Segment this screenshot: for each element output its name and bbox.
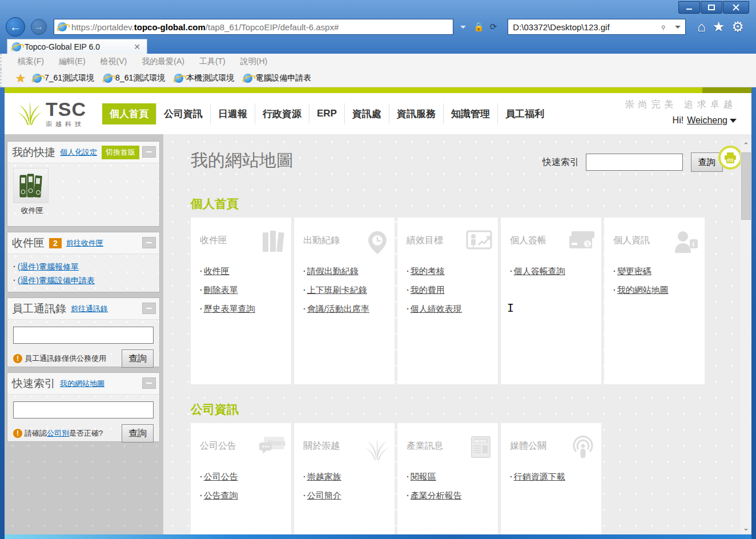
directory-query-button[interactable]: 查詢 (122, 349, 154, 368)
user-menu-caret-icon[interactable] (730, 119, 737, 123)
sitemap-link[interactable]: 會議/活動出席率 (307, 304, 369, 313)
sitemap-link[interactable]: 個人績效表現 (411, 304, 462, 313)
list-item: 公司簡介 (303, 490, 385, 501)
directory-search-input[interactable] (13, 327, 154, 344)
browser-search-input[interactable] (513, 22, 661, 32)
card-performance: 績效目標 我的考核 我的費用 個人績效表現 (397, 218, 498, 384)
logo-text: TSC (46, 99, 86, 119)
nav-benefits[interactable]: 員工福利 (497, 103, 552, 124)
settings-gear-icon[interactable]: ⚙ (731, 20, 744, 34)
browser-search-box[interactable]: ⌕ (508, 19, 686, 35)
switch-homepage-button[interactable]: 切換首版 (102, 146, 139, 159)
nav-erp[interactable]: ERP (309, 104, 344, 123)
sitemap-link[interactable]: 我的考核 (411, 266, 445, 276)
nav-it-services[interactable]: 資訊服務 (389, 103, 443, 124)
sitemap-link[interactable]: 歷史表單查詢 (204, 304, 255, 313)
text-cursor: I (507, 301, 514, 313)
home-icon[interactable]: ⌂ (697, 20, 706, 34)
security-lock-icon[interactable]: 🔒 (473, 22, 484, 32)
refresh-icon[interactable]: ⟳ (490, 22, 497, 32)
sitemap-link[interactable]: 崇越家族 (307, 472, 341, 481)
favorites-bar: ★ 7_61測試環境 8_61測試環境 本機測試環境 電腦設備申請表 (0, 69, 756, 87)
sitemap-link[interactable]: 公司公告 (204, 472, 238, 481)
sitemap-link[interactable]: 請假出勤紀錄 (307, 266, 359, 276)
maximize-button[interactable] (701, 1, 722, 14)
main-area: 我的網站地圖 快速索引 查詢 (169, 134, 740, 534)
sitemap-link[interactable]: 公司簡介 (307, 490, 341, 500)
index-query-button[interactable]: 查詢 (122, 424, 154, 443)
favorite-link[interactable]: 本機測試環境 (174, 73, 234, 83)
sitemap-link[interactable]: 我的網站地圖 (617, 285, 669, 295)
inbox-count-badge: 2 (49, 238, 62, 248)
list-item: 歷史表單查詢 (200, 304, 282, 315)
sitemap-link[interactable]: 變更密碼 (617, 266, 652, 276)
collapse-icon[interactable] (142, 146, 156, 158)
menu-file[interactable]: 檔案(F) (18, 57, 44, 67)
returned-form-link[interactable]: (退件)電腦設備申請表 (18, 276, 95, 285)
card-about-topco: 關於崇越 崇越家族 公司簡介 (294, 423, 395, 534)
menu-tools[interactable]: 工具(T) (199, 57, 226, 67)
url-path: /tap8_61/TopcoEIP/default-6.aspx# (206, 22, 339, 32)
minimize-button[interactable] (678, 1, 700, 14)
goto-directory-link[interactable]: 前往通訊錄 (71, 304, 108, 314)
quick-index-input[interactable] (586, 154, 683, 171)
company-slogan: 崇尚完美 追求卓越 (625, 99, 737, 111)
personalize-link[interactable]: 個人化設定 (60, 147, 97, 158)
list-item: 個人簽帳查詢 (510, 266, 592, 277)
index-search-input[interactable] (13, 401, 154, 419)
sitemap-link[interactable]: 我的費用 (411, 285, 445, 295)
favorite-link[interactable]: 7_61測試環境 (33, 73, 94, 83)
shortcut-label: 收件匣 (13, 206, 51, 216)
nav-company-info[interactable]: 公司資訊 (156, 103, 210, 124)
nav-admin-resources[interactable]: 行政資源 (255, 103, 309, 124)
collapse-icon[interactable] (142, 377, 156, 389)
newspaper-icon: NEWS (469, 436, 492, 460)
nav-it-dept[interactable]: 資訊處 (344, 103, 389, 124)
print-button[interactable] (718, 146, 742, 170)
sitemap-link[interactable]: 行銷資源下載 (514, 472, 565, 481)
sitemap-link[interactable]: 公告查詢 (204, 490, 238, 500)
menu-favorites[interactable]: 我的最愛(A) (142, 57, 184, 67)
inbox-shortcut[interactable]: 收件匣 (13, 168, 51, 216)
goto-inbox-link[interactable]: 前往收件匣 (66, 238, 103, 248)
sitemap-link[interactable]: 上下班刷卡紀錄 (307, 285, 367, 295)
scrollbar-thumb[interactable] (741, 152, 751, 220)
collapse-icon[interactable] (142, 237, 156, 248)
page-scrollbar[interactable]: ⌃ ⌄ (741, 140, 751, 533)
sitemap-link[interactable]: 刪除表單 (204, 285, 238, 295)
sitemap-link[interactable]: 個人簽帳查詢 (514, 266, 565, 276)
menu-view[interactable]: 檢視(V) (100, 57, 127, 67)
collapse-icon[interactable] (142, 303, 156, 314)
news-bubble-icon: News (258, 436, 285, 458)
back-button[interactable]: ← (6, 17, 25, 37)
sitemap-link[interactable]: 產業分析報告 (411, 490, 462, 500)
podcast-icon (570, 436, 596, 461)
favorites-star-icon[interactable]: ★ (713, 20, 725, 34)
search-dropdown-icon[interactable] (675, 26, 681, 29)
nav-daily-weekly[interactable]: 日週報 (210, 103, 255, 124)
address-dropdown-icon[interactable] (460, 26, 466, 29)
tab-close-icon[interactable]: ✕ (132, 42, 142, 51)
forward-button[interactable]: → (31, 19, 47, 35)
menu-edit[interactable]: 編輯(E) (59, 57, 86, 67)
nav-knowledge[interactable]: 知識管理 (443, 103, 497, 124)
returned-form-link[interactable]: (退件)電腦報修單 (18, 262, 79, 271)
scroll-down-icon[interactable]: ⌄ (741, 522, 751, 533)
nav-personal-home[interactable]: 個人首頁 (102, 103, 156, 124)
company-type-link[interactable]: 公司別 (47, 429, 69, 437)
tsc-logo[interactable]: TSC 崇越科技 (17, 99, 86, 128)
username-link[interactable]: Weicheng (687, 115, 727, 126)
menu-help[interactable]: 說明(H) (240, 57, 267, 67)
list-item: 我的考核 (407, 266, 489, 277)
favorite-link[interactable]: 電腦設備申請表 (243, 73, 311, 83)
scroll-up-icon[interactable]: ⌃ (741, 140, 751, 151)
close-button[interactable] (723, 1, 749, 14)
my-sitemap-link[interactable]: 我的網站地圖 (60, 379, 104, 389)
favorite-link[interactable]: 8_61測試環境 (103, 73, 165, 83)
list-item: 公告查詢 (200, 490, 282, 501)
add-favorite-star-icon[interactable]: ★ (15, 71, 26, 85)
browser-tab[interactable]: Topco-Global EIP 6.0 ✕ (7, 39, 147, 54)
sitemap-link[interactable]: 閱報區 (411, 472, 436, 481)
address-bar[interactable]: https://portaldev.topco-global.com/tap8_… (54, 19, 453, 35)
sitemap-link[interactable]: 收件匣 (204, 266, 230, 276)
